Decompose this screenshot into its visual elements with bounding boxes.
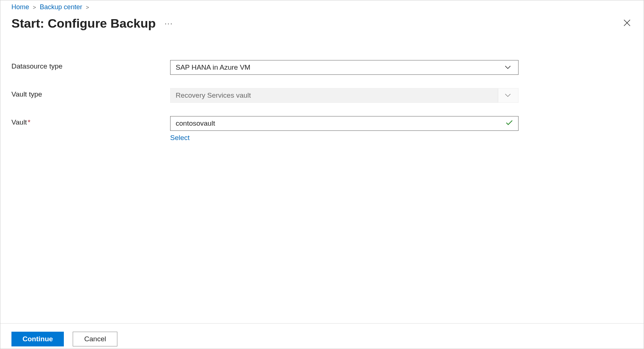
breadcrumb-backup-center[interactable]: Backup center: [40, 3, 82, 11]
datasource-type-select[interactable]: SAP HANA in Azure VM: [170, 60, 519, 75]
datasource-type-label: Datasource type: [11, 60, 170, 70]
page-title: Start: Configure Backup: [11, 16, 156, 31]
close-button[interactable]: [621, 17, 633, 30]
continue-button[interactable]: Continue: [11, 332, 64, 346]
datasource-type-value: SAP HANA in Azure VM: [176, 63, 503, 71]
vault-input[interactable]: [176, 119, 506, 128]
cancel-button[interactable]: Cancel: [73, 332, 117, 346]
form-row-vault-type: Vault type Recovery Services vault: [11, 88, 633, 103]
more-actions-button[interactable]: ···: [165, 19, 173, 28]
required-indicator: *: [28, 118, 30, 126]
checkmark-icon: [506, 120, 513, 127]
vault-type-value: Recovery Services vault: [176, 91, 498, 100]
vault-field[interactable]: [170, 116, 519, 131]
footer: Continue Cancel: [0, 323, 644, 349]
form-row-vault: Vault* Select: [11, 116, 633, 142]
chevron-right-icon: >: [33, 4, 36, 10]
vault-type-select: Recovery Services vault: [170, 88, 519, 103]
chevron-down-icon: [503, 65, 513, 70]
vault-type-label: Vault type: [11, 88, 170, 98]
vault-label: Vault*: [11, 116, 170, 126]
chevron-down-icon: [503, 93, 513, 98]
chevron-right-icon: >: [86, 4, 89, 10]
breadcrumb: Home > Backup center >: [11, 3, 633, 11]
vault-select-link[interactable]: Select: [170, 134, 519, 142]
breadcrumb-home[interactable]: Home: [11, 3, 29, 11]
close-icon: [623, 19, 631, 27]
title-row: Start: Configure Backup ···: [11, 16, 633, 31]
form-row-datasource-type: Datasource type SAP HANA in Azure VM: [11, 60, 633, 75]
